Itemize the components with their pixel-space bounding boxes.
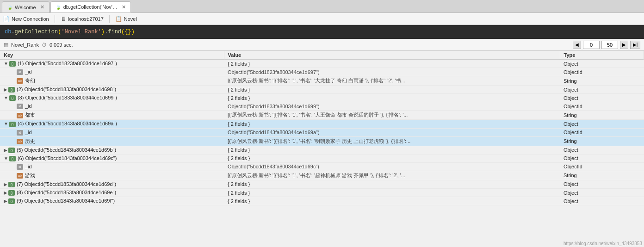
table-row[interactable]: id_idObjectId("5bcdd1823fa800344ce1d697"… <box>0 68 644 76</box>
col-type: Type <box>560 51 644 60</box>
toolbar-db[interactable]: 📋 Novel <box>115 16 137 22</box>
table-container: Key Value Type ▼{}(1) ObjectId("5bcdd182… <box>0 51 644 247</box>
pagination: ◀ ▶ ▶| <box>573 41 640 49</box>
toolbar-sep-1 <box>55 15 55 23</box>
col-key: Key <box>0 51 224 60</box>
collection-icon: ▦ <box>4 42 8 48</box>
db-label: Novel <box>124 16 137 22</box>
time-label: 0.009 sec. <box>50 42 73 48</box>
query-bar: db.getCollection('Novel_Rank').find({}) <box>0 25 644 39</box>
tab-welcome-close[interactable]: ✕ <box>40 4 44 10</box>
table-row[interactable]: ▶{}(8) ObjectId("5bcdd1853fa800344ce1d69… <box>0 189 644 197</box>
tab-query-label: db.getCollection('Nov'… <box>63 4 118 10</box>
tab-query-close[interactable]: ✕ <box>122 4 126 10</box>
tab-bar: 🍃 Welcome ✕ 🍃 db.getCollection('Nov'… ✕ <box>0 0 644 13</box>
toolbar-host[interactable]: 🖥 localhost:27017 <box>61 16 104 22</box>
table-row[interactable]: ▼{}(1) ObjectId("5bcdd1823fa800344ce1d69… <box>0 60 644 68</box>
tab-query-icon: 🍃 <box>56 5 61 10</box>
tab-welcome-icon: 🍃 <box>7 5 12 10</box>
table-row[interactable]: ab游戏[{'原创风云榜·新书': '[{'排名': '1', '书名': '超… <box>0 171 644 180</box>
toolbar-connection[interactable]: 📄 New Connection <box>3 16 49 22</box>
db-icon: 📋 <box>115 16 122 22</box>
toolbar-sep-2 <box>109 15 110 23</box>
host-icon: 🖥 <box>61 16 66 22</box>
host-label: localhost:27017 <box>68 16 104 22</box>
col-value: Value <box>224 51 560 60</box>
query-text: db.getCollection('Novel_Rank').find({}) <box>5 29 135 35</box>
table-row[interactable]: ab都市[{'原创风云榜·新书': '[{'排名': '1', '书名': '大… <box>0 111 644 120</box>
table-row[interactable]: ▶{}(7) ObjectId("5bcdd1853fa800344ce1d69… <box>0 180 644 188</box>
table-row[interactable]: ▼{}(4) ObjectId("5bcdd1843fa800344ce1d69… <box>0 120 644 128</box>
result-bar: ▦ Novel_Rank ⏱ 0.009 sec. ◀ ▶ ▶| <box>0 39 644 51</box>
table-header-row: Key Value Type <box>0 51 644 60</box>
data-table: Key Value Type ▼{}(1) ObjectId("5bcdd182… <box>0 51 644 205</box>
time-icon: ⏱ <box>42 42 47 48</box>
prev-page-button[interactable]: ◀ <box>573 41 581 49</box>
next-page-button[interactable]: ▶ <box>620 41 628 49</box>
table-row[interactable]: ▶{}(9) ObjectId("5bcdd1843fa800344ce1d69… <box>0 197 644 205</box>
tab-welcome-label: Welcome <box>15 5 36 10</box>
table-row[interactable]: ▶{}(5) ObjectId("5bcdd1843fa800344ce1d69… <box>0 146 644 154</box>
table-row[interactable]: ▼{}(6) ObjectId("5bcdd1843fa800344ce1d69… <box>0 154 644 162</box>
toolbar: 📄 New Connection 🖥 localhost:27017 📋 Nov… <box>0 13 644 25</box>
tab-query[interactable]: 🍃 db.getCollection('Nov'… ✕ <box>50 1 131 12</box>
page-input[interactable] <box>583 41 600 49</box>
table-row[interactable]: ab历史[{'原创风云榜·新书': '[{'排名': '1', '书名': '明… <box>0 136 644 146</box>
connection-icon: 📄 <box>3 16 10 22</box>
table-row[interactable]: id_idObjectId("5bcdd1833fa800344ce1d699"… <box>0 102 644 111</box>
connection-label: New Connection <box>12 16 49 22</box>
page-size-input[interactable] <box>601 41 618 49</box>
last-page-button[interactable]: ▶| <box>630 41 640 49</box>
table-row[interactable]: id_idObjectId("5bcdd1843fa800344ce1d69c"… <box>0 162 644 171</box>
table-row[interactable]: ▶{}(2) ObjectId("5bcdd1833fa800344ce1d69… <box>0 86 644 94</box>
tab-welcome[interactable]: 🍃 Welcome ✕ <box>2 1 50 12</box>
collection-name: Novel_Rank <box>11 42 39 48</box>
table-row[interactable]: ▼{}(3) ObjectId("5bcdd1833fa800344ce1d69… <box>0 94 644 102</box>
result-info: ▦ Novel_Rank ⏱ 0.009 sec. <box>4 42 73 48</box>
table-row[interactable]: id_idObjectId("5bcdd1843fa800344ce1d69a"… <box>0 128 644 136</box>
table-row[interactable]: ab奇幻[{'原创风云榜·新书': '[{'排名': '1', '书名': '大… <box>0 76 644 86</box>
